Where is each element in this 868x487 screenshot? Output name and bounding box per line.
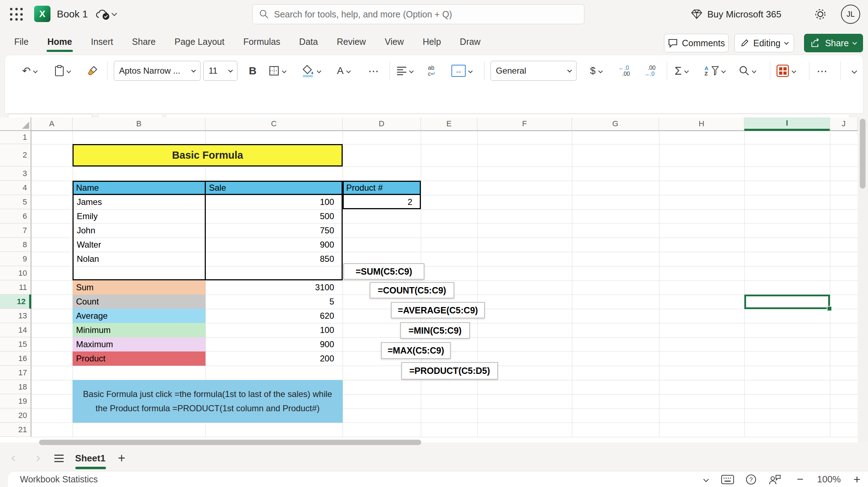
row-header-11[interactable]: 11 — [0, 280, 31, 295]
cell-name-emily[interactable]: Emily — [73, 209, 204, 223]
cell-sale-nolan[interactable]: 850 — [206, 252, 338, 266]
column-header-H[interactable]: H — [659, 117, 744, 131]
tab-home[interactable]: Home — [47, 35, 73, 49]
tab-draw[interactable]: Draw — [459, 35, 481, 49]
row-header-16[interactable]: 16 — [0, 351, 31, 366]
stat-value-product[interactable]: 200 — [205, 351, 338, 366]
column-header-J[interactable]: J — [830, 117, 858, 131]
currency-format-dropdown[interactable]: $ — [590, 60, 602, 81]
stat-label-maximum[interactable]: Maximum — [73, 337, 205, 351]
document-menu-chevron-icon[interactable] — [112, 11, 117, 16]
excel-logo-icon[interactable]: X — [34, 6, 50, 22]
row-header-12[interactable]: 12 — [0, 295, 31, 309]
row-header-17[interactable]: 17 — [0, 366, 31, 380]
formula-label-min[interactable]: =MIN(C5:C9) — [400, 322, 470, 339]
stat-value-count[interactable]: 5 — [205, 295, 338, 309]
buy-microsoft-365-button[interactable]: Buy Microsoft 365 — [691, 6, 781, 22]
cell-sale-james[interactable]: 100 — [206, 195, 338, 209]
previous-sheet-icon[interactable] — [7, 445, 21, 471]
status-collapse-chevron-icon[interactable] — [699, 471, 713, 487]
select-all-corner[interactable] — [0, 117, 31, 131]
column-header-B[interactable]: B — [73, 117, 205, 131]
row-header-7[interactable]: 7 — [0, 223, 31, 238]
row-header-1[interactable]: 1 — [0, 131, 31, 144]
stat-value-sum[interactable]: 3100 — [205, 280, 338, 295]
user-avatar[interactable]: JL — [841, 5, 860, 24]
column-header-I[interactable]: I — [744, 117, 830, 131]
vertical-scrollbar[interactable] — [860, 119, 866, 189]
next-sheet-icon[interactable] — [30, 445, 44, 471]
selected-cell-I12[interactable] — [744, 295, 830, 309]
document-title[interactable]: Book 1 — [57, 9, 88, 20]
font-size-dropdown[interactable]: 11 — [203, 61, 237, 81]
cell-product-value[interactable]: 2 — [343, 195, 417, 209]
row-header-3[interactable]: 3 — [0, 166, 31, 181]
increase-decimal-button[interactable]: .00→.0 — [644, 60, 655, 81]
sort-filter-dropdown[interactable]: AZ — [704, 60, 725, 81]
table-header-sale[interactable]: Sale — [205, 181, 343, 195]
comments-button[interactable]: Comments — [664, 34, 729, 52]
share-button[interactable]: Share — [804, 34, 863, 52]
undo-button[interactable]: ↶ — [22, 60, 37, 81]
borders-dropdown[interactable] — [269, 60, 286, 81]
stat-label-product[interactable]: Product — [73, 351, 205, 366]
tab-formulas[interactable]: Formulas — [242, 35, 281, 49]
tab-share[interactable]: Share — [131, 35, 156, 49]
row-header-20[interactable]: 20 — [0, 408, 31, 423]
tab-data[interactable]: Data — [299, 35, 319, 49]
format-painter-button[interactable] — [87, 60, 99, 81]
collapse-ribbon-chevron-icon[interactable] — [852, 60, 856, 81]
keyboard-icon[interactable] — [719, 471, 736, 487]
tab-help[interactable]: Help — [422, 35, 441, 49]
merge-cells-dropdown[interactable]: ↔ — [451, 60, 472, 81]
row-header-13[interactable]: 13 — [0, 309, 31, 323]
spreadsheet-grid[interactable]: ABCDEFGHIJ 12345678910111213141516171819… — [0, 117, 868, 443]
formula-label-sum[interactable]: =SUM(C5:C9) — [343, 263, 424, 280]
cell-sale-emily[interactable]: 500 — [206, 209, 338, 223]
formula-label-product[interactable]: =PRODUCT(C5:D5) — [401, 362, 498, 380]
column-header-D[interactable]: D — [343, 117, 421, 131]
table-header-name[interactable]: Name — [73, 181, 205, 195]
row-header-2[interactable]: 2 — [0, 144, 31, 166]
cell-name-nolan[interactable]: Nolan — [73, 252, 204, 266]
number-format-dropdown[interactable]: General — [491, 61, 577, 81]
formula-label-count[interactable]: =COUNT(C5:C9) — [370, 282, 454, 298]
fill-color-dropdown[interactable] — [302, 60, 321, 81]
cell-name-john[interactable]: John — [73, 223, 204, 238]
tab-file[interactable]: File — [14, 35, 29, 49]
help-icon[interactable]: ? — [742, 471, 760, 487]
font-color-dropdown[interactable]: A — [337, 60, 350, 81]
stat-label-sum[interactable]: Sum — [73, 280, 205, 295]
zoom-level[interactable]: 100% — [812, 471, 846, 487]
stat-value-average[interactable]: 620 — [205, 309, 338, 323]
stat-label-count[interactable]: Count — [73, 295, 205, 309]
search-input[interactable] — [274, 9, 578, 20]
row-header-19[interactable]: 19 — [0, 394, 31, 408]
row-header-5[interactable]: 5 — [0, 195, 31, 209]
settings-gear-icon[interactable] — [813, 6, 828, 22]
wrap-text-button[interactable]: abc↵ — [428, 60, 435, 81]
zoom-in-button[interactable]: + — [848, 471, 866, 487]
row-header-14[interactable]: 14 — [0, 323, 31, 337]
app-launcher-icon[interactable] — [10, 8, 23, 21]
find-dropdown[interactable] — [739, 60, 756, 81]
paste-button[interactable] — [55, 60, 70, 81]
cell-sale-john[interactable]: 750 — [206, 223, 338, 238]
stat-label-average[interactable]: Average — [73, 309, 205, 323]
stat-value-minimum[interactable]: 100 — [205, 323, 338, 337]
font-name-dropdown[interactable]: Aptos Narrow ... — [114, 61, 200, 81]
add-sheet-button[interactable]: + — [114, 445, 129, 471]
cell-sale-walter[interactable]: 900 — [206, 238, 338, 252]
cell-name-walter[interactable]: Walter — [73, 238, 204, 252]
cell-title-basic-formula[interactable]: Basic Formula — [73, 144, 343, 166]
autosum-dropdown[interactable]: Σ — [675, 60, 688, 81]
row-header-4[interactable]: 4 — [0, 181, 31, 195]
alignment-dropdown[interactable] — [397, 60, 413, 81]
row-header-9[interactable]: 9 — [0, 252, 31, 266]
horizontal-scrollbar[interactable] — [39, 440, 421, 445]
all-sheets-menu-icon[interactable] — [52, 445, 66, 471]
font-overflow-button[interactable]: ⋯ — [368, 60, 380, 81]
bold-button[interactable]: B — [249, 60, 257, 81]
tab-insert[interactable]: Insert — [90, 35, 114, 49]
note-text-box[interactable]: Basic Formula just click =the formula(1s… — [73, 380, 343, 423]
